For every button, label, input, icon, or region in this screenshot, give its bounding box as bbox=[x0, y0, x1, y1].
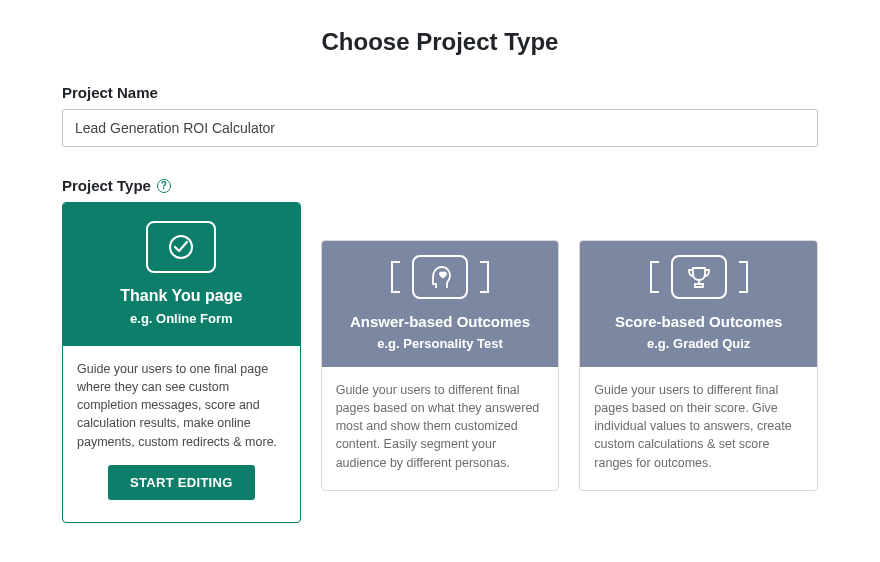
bracket-left-icon bbox=[647, 260, 663, 294]
help-icon[interactable]: ? bbox=[157, 179, 171, 193]
card-answer-outcomes[interactable]: Answer-based Outcomes e.g. Personality T… bbox=[321, 240, 560, 491]
bracket-right-icon bbox=[476, 260, 492, 294]
card-score-outcomes[interactable]: Score-based Outcomes e.g. Graded Quiz Gu… bbox=[579, 240, 818, 491]
project-name-label-text: Project Name bbox=[62, 84, 158, 101]
card-thank-you-body: Guide your users to one final page where… bbox=[63, 346, 300, 522]
bracket-right-icon bbox=[735, 260, 751, 294]
trophy-icon bbox=[671, 255, 727, 299]
card-score-outcomes-desc: Guide your users to different final page… bbox=[594, 381, 803, 472]
card-answer-outcomes-body: Guide your users to different final page… bbox=[322, 367, 559, 490]
bracket-left-icon bbox=[388, 260, 404, 294]
card-answer-outcomes-subtitle: e.g. Personality Test bbox=[330, 336, 551, 351]
card-thank-you-header: Thank You page e.g. Online Form bbox=[63, 203, 300, 346]
card-thank-you-title: Thank You page bbox=[71, 287, 292, 305]
svg-point-0 bbox=[170, 236, 192, 258]
card-answer-outcomes-header: Answer-based Outcomes e.g. Personality T… bbox=[322, 241, 559, 367]
card-score-outcomes-title: Score-based Outcomes bbox=[588, 313, 809, 330]
project-name-label: Project Name bbox=[62, 84, 818, 101]
card-score-outcomes-body: Guide your users to different final page… bbox=[580, 367, 817, 490]
checkmark-icon bbox=[146, 221, 216, 273]
project-type-label-text: Project Type bbox=[62, 177, 151, 194]
card-score-outcomes-header: Score-based Outcomes e.g. Graded Quiz bbox=[580, 241, 817, 367]
project-type-label: Project Type ? bbox=[62, 177, 818, 194]
card-answer-outcomes-title: Answer-based Outcomes bbox=[330, 313, 551, 330]
start-editing-button[interactable]: START EDITING bbox=[108, 465, 255, 500]
card-thank-you[interactable]: Thank You page e.g. Online Form Guide yo… bbox=[62, 202, 301, 523]
project-name-input[interactable] bbox=[62, 109, 818, 147]
card-answer-outcomes-desc: Guide your users to different final page… bbox=[336, 381, 545, 472]
card-thank-you-subtitle: e.g. Online Form bbox=[71, 311, 292, 326]
card-score-outcomes-subtitle: e.g. Graded Quiz bbox=[588, 336, 809, 351]
head-heart-icon bbox=[412, 255, 468, 299]
page-title: Choose Project Type bbox=[62, 28, 818, 56]
card-thank-you-desc: Guide your users to one final page where… bbox=[77, 360, 286, 451]
